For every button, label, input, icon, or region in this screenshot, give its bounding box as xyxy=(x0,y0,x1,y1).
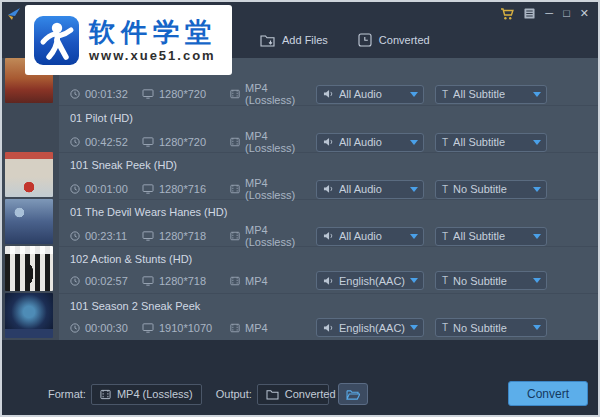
subtitle-select[interactable]: T All Subtitle xyxy=(435,133,547,152)
output-path-field[interactable]: Converted xyxy=(257,384,329,405)
format-value: MP4 (Lossless) xyxy=(117,388,193,400)
convert-button[interactable]: Convert xyxy=(508,381,588,406)
speaker-icon xyxy=(323,89,334,99)
duration-cell: 00:42:52 xyxy=(70,136,142,148)
format-select[interactable]: MP4 (Lossless) xyxy=(91,384,202,405)
add-files-button[interactable]: Add Files xyxy=(260,34,328,47)
resolution-cell: 1280*720 xyxy=(142,136,230,148)
subtitle-t-icon: T xyxy=(442,322,448,333)
watermark: 软件学堂 www.xue51.com xyxy=(25,5,232,75)
add-files-folder-icon xyxy=(260,34,275,47)
monitor-icon xyxy=(142,89,154,99)
resolution-cell: 1280*718 xyxy=(142,230,230,242)
audio-track-select[interactable]: English(AAC) xyxy=(316,318,424,337)
file-row[interactable]: 102 Action & Stunts (HD) 00:02:57 xyxy=(59,246,598,293)
xue51-logo-icon xyxy=(34,16,79,65)
clock-icon xyxy=(70,89,80,99)
film-icon xyxy=(100,389,111,400)
subtitle-select[interactable]: T No Subtitle xyxy=(435,180,547,199)
chevron-down-icon xyxy=(410,234,418,239)
subtitle-select[interactable]: T No Subtitle xyxy=(435,318,547,337)
video-thumbnail-6[interactable] xyxy=(5,293,53,338)
watermark-site-url: www.xue51.com xyxy=(89,48,217,63)
subtitle-t-icon: T xyxy=(442,89,448,100)
film-icon xyxy=(230,323,240,333)
file-list: 00:01:32 1280*720 MP4 (L xyxy=(59,58,598,340)
converted-button[interactable]: Converted xyxy=(358,33,430,47)
clock-icon xyxy=(70,184,80,194)
close-button[interactable]: ✕ xyxy=(580,7,589,20)
file-row[interactable]: 101 Sneak Peek (HD) 00:01:00 xyxy=(59,152,598,199)
file-title: 101 Season 2 Sneak Peek xyxy=(70,300,598,315)
file-title: 101 Sneak Peek (HD) xyxy=(70,159,598,174)
file-row[interactable]: 101 Season 2 Sneak Peek 00:00:30 xyxy=(59,293,598,340)
monitor-icon xyxy=(142,137,154,147)
speaker-icon xyxy=(323,231,334,241)
chevron-down-icon xyxy=(533,140,541,145)
maximize-button[interactable]: □ xyxy=(563,7,570,20)
video-thumbnail-2[interactable] xyxy=(5,105,53,150)
speaker-icon xyxy=(323,276,334,286)
audio-track-select[interactable]: All Audio xyxy=(316,85,424,104)
film-icon xyxy=(230,276,240,286)
main-area: 00:01:32 1280*720 MP4 (L xyxy=(2,58,598,340)
store-cart-icon[interactable] xyxy=(500,8,514,20)
video-thumbnail-3[interactable] xyxy=(5,152,53,197)
audio-track-select[interactable]: All Audio xyxy=(316,133,424,152)
format-label: Format: xyxy=(48,388,86,400)
chevron-down-icon xyxy=(533,325,541,330)
format-cell: MP4 (Lossless) xyxy=(230,82,316,106)
audio-track-select[interactable]: All Audio xyxy=(316,180,424,199)
app-logo-icon xyxy=(6,6,23,22)
video-thumbnail-4[interactable] xyxy=(5,199,53,244)
file-title: 102 Action & Stunts (HD) xyxy=(70,253,598,268)
file-title: 01 The Devil Wears Hanes (HD) xyxy=(70,206,598,221)
subtitle-select[interactable]: T All Subtitle xyxy=(435,227,547,246)
file-row[interactable]: 01 Pilot (HD) 00:42:52 128 xyxy=(59,105,598,152)
chevron-down-icon xyxy=(410,325,418,330)
app-window: ─ □ ✕ Add Files xyxy=(0,0,600,417)
output-label: Output: xyxy=(216,388,252,400)
resolution-cell: 1280*720 xyxy=(142,88,230,100)
output-value: Converted xyxy=(285,388,336,400)
subtitle-select[interactable]: T No Subtitle xyxy=(435,271,547,290)
converted-label: Converted xyxy=(379,34,430,46)
chevron-down-icon xyxy=(410,187,418,192)
resolution-cell: 1280*718 xyxy=(142,275,230,287)
duration-cell: 00:23:11 xyxy=(70,230,142,242)
duration-cell: 00:00:30 xyxy=(70,322,142,334)
menu-icon[interactable] xyxy=(524,8,535,19)
file-row[interactable]: 01 The Devil Wears Hanes (HD) 00:23:11 xyxy=(59,199,598,246)
subtitle-select[interactable]: T All Subtitle xyxy=(435,85,547,104)
chevron-down-icon xyxy=(410,140,418,145)
footer-bar: Format: MP4 (Lossless) Output: xyxy=(2,340,598,415)
audio-track-select[interactable]: All Audio xyxy=(316,227,424,246)
speaker-icon xyxy=(323,137,334,147)
subtitle-t-icon: T xyxy=(442,231,448,242)
watermark-site-name: 软件学堂 xyxy=(89,18,217,46)
film-icon xyxy=(230,184,240,194)
film-icon xyxy=(230,231,240,241)
audio-track-select[interactable]: English(AAC) xyxy=(316,271,424,290)
add-files-label: Add Files xyxy=(282,34,328,46)
minimize-button[interactable]: ─ xyxy=(545,7,553,20)
folder-open-icon xyxy=(346,389,360,400)
format-cell: MP4 (Lossless) xyxy=(230,224,316,248)
duration-cell: 00:01:32 xyxy=(70,88,142,100)
format-cell: MP4 (Lossless) xyxy=(230,130,316,154)
clock-icon xyxy=(70,276,80,286)
duration-cell: 00:01:00 xyxy=(70,183,142,195)
film-icon xyxy=(230,137,240,147)
browse-output-button[interactable] xyxy=(338,383,368,405)
monitor-icon xyxy=(142,184,154,194)
speaker-icon xyxy=(323,184,334,194)
duration-cell: 00:02:57 xyxy=(70,275,142,287)
video-thumbnail-5[interactable] xyxy=(5,246,53,291)
chevron-down-icon xyxy=(533,234,541,239)
speaker-icon xyxy=(323,323,334,333)
monitor-icon xyxy=(142,231,154,241)
resolution-cell: 1910*1070 xyxy=(142,322,230,334)
folder-icon xyxy=(266,389,279,400)
chevron-down-icon xyxy=(533,92,541,97)
format-cell: MP4 xyxy=(230,275,316,287)
